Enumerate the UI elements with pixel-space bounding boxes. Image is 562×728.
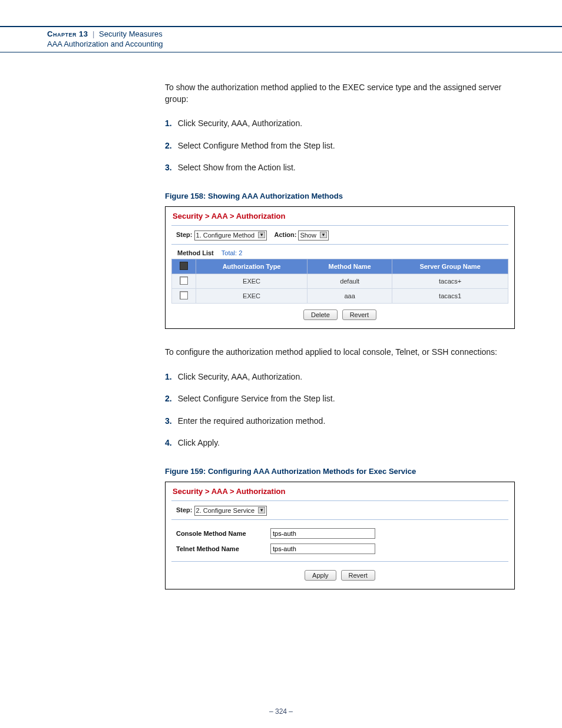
method-table: Authorization Type Method Name Server Gr… [171, 259, 508, 304]
method-list-total: Total: 2 [216, 249, 242, 256]
row-checkbox[interactable] [172, 274, 196, 288]
page-header: Chapter 13 | Security Measures AAA Autho… [0, 27, 562, 52]
step-text: Click Apply. [178, 438, 220, 447]
checkbox-icon [180, 262, 188, 270]
cell-auth-type: EXEC [196, 288, 308, 303]
col-auth-type: Authorization Type [196, 259, 308, 274]
step-label: Step: [176, 231, 193, 238]
row-checkbox[interactable] [172, 288, 196, 303]
action-select-value: Show [300, 232, 316, 239]
chevron-down-icon: ▼ [320, 232, 327, 238]
intro-paragraph-2: To configure the authorization method ap… [165, 347, 515, 358]
telnet-method-label: Telnet Method Name [176, 545, 270, 552]
step-select[interactable]: 2. Configure Service ▼ [194, 506, 267, 516]
figure-159-caption: Figure 159: Configuring AAA Authorizatio… [165, 467, 515, 476]
figure-159: Security > AAA > Authorization Step: 2. … [165, 482, 515, 589]
console-method-label: Console Method Name [176, 530, 270, 537]
table-row: EXEC aaa tacacs1 [172, 288, 508, 303]
revert-button[interactable]: Revert [341, 570, 375, 581]
col-method-name: Method Name [308, 259, 392, 274]
step-select-value: 1. Configure Method [196, 232, 255, 239]
cell-method-name: default [308, 274, 392, 288]
select-all-header[interactable] [172, 259, 196, 274]
cell-server-group: tacacs+ [392, 274, 508, 288]
figure-158-caption: Figure 158: Showing AAA Authorization Me… [165, 192, 515, 200]
action-label: Action: [274, 231, 296, 238]
console-method-input[interactable] [270, 528, 375, 539]
apply-button[interactable]: Apply [305, 570, 336, 581]
step-text: Click Security, AAA, Authorization. [178, 118, 302, 128]
steps-list-2: 1.Click Security, AAA, Authorization. 2.… [165, 371, 515, 449]
step-text: Select Show from the Action list. [178, 163, 296, 172]
action-select[interactable]: Show ▼ [298, 230, 329, 241]
intro-paragraph-1: To show the authorization method applied… [165, 82, 515, 105]
steps-list-1: 1.Click Security, AAA, Authorization. 2.… [165, 118, 515, 174]
section-title: Security Measures [99, 29, 163, 38]
step-select-value: 2. Configure Service [196, 507, 255, 514]
figure-158: Security > AAA > Authorization Step: 1. … [165, 206, 515, 329]
col-server-group: Server Group Name [392, 259, 508, 274]
step-select[interactable]: 1. Configure Method ▼ [194, 230, 267, 241]
checkbox-icon [180, 276, 188, 285]
breadcrumb: Security > AAA > Authorization [171, 486, 508, 500]
step-text: Select Configure Method from the Step li… [178, 141, 335, 150]
page-number: – 324 – [0, 707, 562, 728]
table-row: EXEC default tacacs+ [172, 274, 508, 288]
step-label: Step: [176, 506, 193, 513]
delete-button[interactable]: Delete [303, 309, 338, 320]
step-text: Click Security, AAA, Authorization. [178, 372, 302, 381]
breadcrumb: Security > AAA > Authorization [171, 210, 508, 225]
revert-button[interactable]: Revert [342, 309, 376, 320]
cell-server-group: tacacs1 [392, 288, 508, 303]
step-text: Enter the required authorization method. [178, 416, 326, 426]
cell-auth-type: EXEC [196, 274, 308, 288]
method-list-label: Method List [177, 249, 214, 256]
cell-method-name: aaa [308, 288, 392, 303]
subsection-title: AAA Authorization and Accounting [47, 39, 515, 48]
header-separator: | [90, 29, 97, 38]
chapter-label: Chapter 13 [47, 29, 88, 38]
checkbox-icon [180, 291, 188, 299]
step-text: Select Configure Service from the Step l… [178, 394, 335, 403]
chevron-down-icon: ▼ [258, 232, 265, 238]
chevron-down-icon: ▼ [258, 507, 265, 513]
telnet-method-input[interactable] [270, 543, 375, 554]
